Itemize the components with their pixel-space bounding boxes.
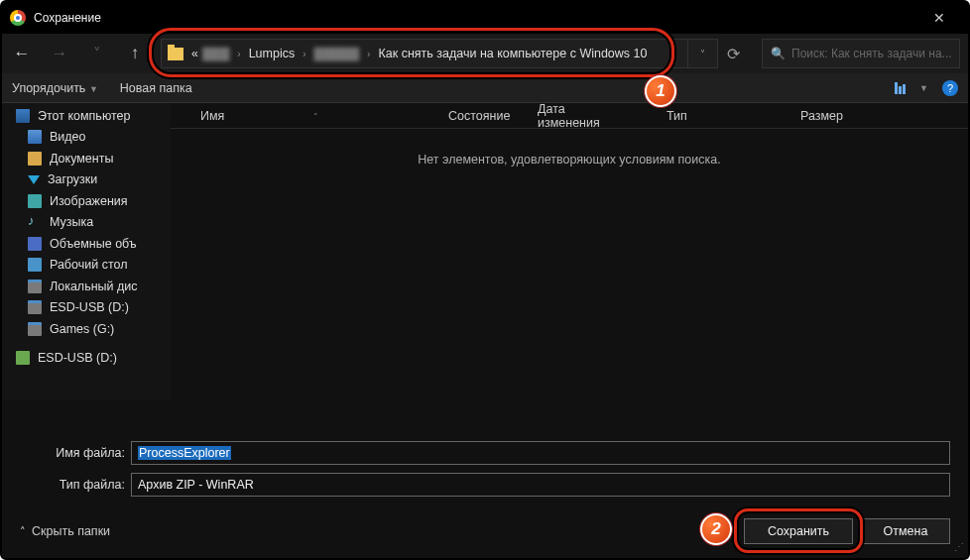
- filetype-label: Тип файла:: [20, 478, 131, 492]
- col-name[interactable]: Имя˄: [200, 109, 448, 123]
- sort-indicator-icon: ˄: [224, 112, 318, 122]
- disk-icon: [28, 322, 42, 336]
- nav-row: ← → ˅ ↑ « ▓▓▓ › Lumpics › ▓▓▓▓▓ › Как сн…: [2, 34, 968, 73]
- search-box[interactable]: 🔍 Поиск: Как снять задачи на...: [762, 39, 960, 68]
- file-list-area: Имя˄ Состояние Дата изменения Тип Размер…: [171, 103, 968, 400]
- chevron-right-icon: ›: [361, 49, 376, 59]
- sidebar-item-thispc[interactable]: Этот компьютер: [2, 105, 171, 127]
- crumb-prefix: «: [189, 47, 200, 60]
- view-dropdown-icon[interactable]: ▼: [919, 83, 928, 93]
- footer: Имя файла: ProcessExplorer Тип файла: Ар…: [2, 431, 968, 558]
- documents-icon: [28, 152, 42, 166]
- cancel-button[interactable]: Отмена: [861, 518, 950, 544]
- filename-label: Имя файла:: [20, 446, 131, 460]
- resize-grip[interactable]: ⋰: [954, 541, 962, 552]
- disk-icon: [28, 280, 42, 293]
- sidebar-item-video[interactable]: Видео: [2, 127, 171, 149]
- sidebar-item-pictures[interactable]: Изображения: [2, 190, 171, 212]
- up-arrow-button[interactable]: ↑: [123, 44, 147, 63]
- pictures-icon: [28, 194, 42, 208]
- sidebar-item-3d[interactable]: Объемные объ: [2, 233, 171, 255]
- objects3d-icon: [28, 237, 42, 251]
- address-bar[interactable]: « ▓▓▓ › Lumpics › ▓▓▓▓▓ › Как снять зада…: [161, 39, 688, 68]
- desktop-icon: [28, 258, 42, 272]
- chevron-right-icon: ›: [297, 49, 311, 59]
- empty-message: Нет элементов, удовлетворяющих условиям …: [171, 129, 968, 167]
- filename-input[interactable]: ProcessExplorer: [131, 441, 950, 465]
- annotation-badge-2: 2: [700, 513, 732, 545]
- filetype-select[interactable]: Архив ZIP - WinRAR: [131, 473, 950, 497]
- col-size[interactable]: Размер: [800, 109, 870, 123]
- sidebar-item-esd1[interactable]: ESD-USB (D:): [2, 297, 171, 319]
- search-placeholder: Поиск: Как снять задачи на...: [791, 47, 951, 60]
- view-mode-button[interactable]: [895, 82, 906, 94]
- organize-menu[interactable]: Упорядочить ▼: [12, 81, 98, 95]
- toolbar: Упорядочить ▼ Новая папка ▼ ?: [2, 73, 968, 103]
- video-icon: [28, 130, 42, 144]
- title-bar: Сохранение ✕: [2, 2, 968, 34]
- pc-icon: [16, 109, 30, 123]
- hide-folders-toggle[interactable]: ˄ Скрыть папки: [20, 524, 110, 538]
- address-dropdown[interactable]: ˅: [688, 39, 718, 68]
- search-icon: 🔍: [771, 47, 786, 60]
- save-button[interactable]: Сохранить: [744, 518, 853, 544]
- column-headers: Имя˄ Состояние Дата изменения Тип Размер: [171, 103, 968, 129]
- sidebar-item-esd2[interactable]: ESD-USB (D:): [2, 348, 171, 370]
- col-type[interactable]: Тип: [667, 109, 800, 123]
- sidebar-item-localdisk[interactable]: Локальный дис: [2, 276, 171, 297]
- footer-bar: ˄ Скрыть папки Сохранить 2 Отмена: [2, 508, 968, 558]
- sidebar-item-downloads[interactable]: Загрузки: [2, 169, 171, 191]
- folder-icon: [168, 48, 183, 60]
- address-area: « ▓▓▓ › Lumpics › ▓▓▓▓▓ › Как снять зада…: [161, 39, 748, 68]
- sidebar-item-desktop[interactable]: Рабочий стол: [2, 255, 171, 277]
- back-button[interactable]: ←: [10, 44, 34, 63]
- window-title: Сохранение: [34, 11, 918, 25]
- forward-button[interactable]: →: [48, 44, 71, 63]
- chevron-right-icon: ›: [231, 49, 246, 59]
- crumb-1[interactable]: ▓▓▓: [200, 47, 231, 60]
- close-button[interactable]: ✕: [918, 4, 960, 32]
- refresh-button[interactable]: ⟳: [718, 45, 748, 63]
- up-button[interactable]: ˅: [85, 45, 109, 62]
- sidebar-item-music[interactable]: ♪Музыка: [2, 212, 171, 234]
- downloads-icon: [28, 175, 40, 184]
- sidebar-item-games[interactable]: Games (G:): [2, 318, 171, 340]
- usb-icon: [28, 300, 42, 314]
- file-fields: Имя файла: ProcessExplorer Тип файла: Ар…: [2, 431, 968, 508]
- annotation-badge-1: 1: [645, 75, 676, 107]
- new-folder-button[interactable]: Новая папка: [120, 81, 192, 95]
- usb-icon: [16, 351, 30, 365]
- sidebar: Этот компьютер Видео Документы Загрузки …: [2, 103, 171, 400]
- crumb-3[interactable]: ▓▓▓▓▓: [312, 47, 362, 60]
- crumb-2[interactable]: Lumpics: [247, 47, 298, 60]
- crumb-4[interactable]: Как снять задачи на компьютере с Windows…: [376, 47, 649, 60]
- save-dialog-window: Сохранение ✕ ← → ˅ ↑ « ▓▓▓ › Lumpics › ▓…: [0, 0, 970, 560]
- col-modified[interactable]: Дата изменения: [538, 102, 667, 130]
- help-button[interactable]: ?: [942, 80, 958, 96]
- col-state[interactable]: Состояние: [448, 109, 538, 123]
- chevron-up-icon: ˄: [20, 525, 26, 538]
- content-area: Этот компьютер Видео Документы Загрузки …: [2, 103, 968, 400]
- sidebar-item-docs[interactable]: Документы: [2, 148, 171, 169]
- app-icon: [10, 10, 26, 26]
- music-icon: ♪: [28, 215, 42, 229]
